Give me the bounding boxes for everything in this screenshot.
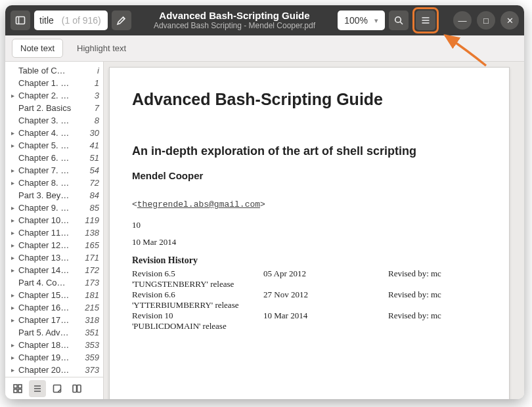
expander-icon[interactable]: ▸ — [9, 179, 16, 186]
revision-row: Revision 6.505 Apr 2012Revised by: mc — [132, 268, 487, 279]
outline-row[interactable]: ▸Chapter 20…373 — [8, 364, 100, 376]
outline-row[interactable]: Chapter 6. …51 — [8, 152, 100, 164]
page-count-hint: (1 of 916) — [59, 15, 108, 26]
expander-icon[interactable]: ▸ — [9, 167, 16, 174]
expander-icon[interactable]: ▸ — [9, 242, 16, 249]
expander-icon[interactable]: ▸ — [9, 129, 16, 137]
outline-row[interactable]: ▸Chapter 4. …30 — [8, 127, 100, 139]
expander-icon[interactable]: ▸ — [9, 267, 16, 274]
outline-page: 30 — [79, 128, 99, 138]
svg-line-3 — [400, 22, 403, 24]
annotation-toolbar: Note text Highlight text — [5, 35, 524, 62]
outline-row[interactable]: Part 2. Basics7 — [8, 102, 100, 114]
expander-icon[interactable]: ▸ — [9, 366, 16, 374]
expander-icon[interactable]: ▸ — [9, 142, 16, 149]
hamburger-icon — [420, 15, 431, 26]
pencil-icon — [116, 15, 127, 26]
expander-icon[interactable]: ▸ — [9, 341, 16, 349]
outline-page: 72 — [79, 178, 99, 188]
revision-row: Revision 1010 Mar 2014Revised by: mc — [132, 311, 487, 321]
outline-label: Chapter 10… — [18, 215, 77, 225]
outline-row[interactable]: Chapter 3. …8 — [8, 114, 100, 127]
outline-page: 215 — [79, 303, 99, 312]
outline-label: Chapter 14… — [18, 265, 77, 275]
outline-page: 359 — [79, 353, 99, 362]
outline-row[interactable]: ▸Chapter 19…359 — [8, 351, 100, 364]
outline-label: Part 2. Basics — [18, 103, 77, 113]
outline-row[interactable]: ▸Chapter 2. …3 — [8, 89, 100, 102]
revision-note: 'PUBLICDOMAIN' release — [132, 321, 227, 332]
view-thumbnails-button[interactable] — [9, 380, 26, 397]
sidepane-view-switcher — [5, 377, 103, 399]
outline-row[interactable]: ▸Chapter 14…172 — [8, 264, 100, 276]
outline-row[interactable]: ▸Chapter 18…353 — [8, 339, 100, 351]
page-number-field[interactable]: title (1 of 916) — [34, 11, 108, 30]
expander-icon[interactable]: ▸ — [9, 229, 16, 236]
bookmark-panel-icon — [72, 383, 82, 394]
doc-email-link[interactable]: thegrendel.abs@gmail.com — [137, 200, 260, 209]
view-outline-button[interactable] — [29, 380, 46, 397]
revision-history-table: Revision 6.505 Apr 2012Revised by: mc'TU… — [132, 268, 487, 332]
outline-page: 41 — [79, 140, 99, 150]
outline-label: Part 5. Adv… — [18, 328, 77, 337]
outline-row[interactable]: ▸Chapter 17…318 — [8, 314, 100, 326]
note-icon — [52, 383, 62, 394]
revision-row: Revision 6.627 Nov 2012Revised by: mc — [132, 289, 487, 300]
view-bookmarks-button[interactable] — [68, 380, 85, 397]
search-button[interactable] — [389, 11, 409, 30]
svg-rect-16 — [78, 385, 81, 392]
tab-highlight-text[interactable]: Highlight text — [68, 39, 135, 58]
outline-row[interactable]: ▸Chapter 5. …41 — [8, 139, 100, 152]
outline-label: Chapter 9. … — [18, 203, 77, 213]
expander-icon[interactable]: ▸ — [9, 291, 16, 299]
outline-row[interactable]: ▸Chapter 15…181 — [8, 289, 100, 301]
outline-row[interactable]: ▸Chapter 11…138 — [8, 226, 100, 239]
main-split: Table of C…iChapter 1. …1▸Chapter 2. …3P… — [5, 62, 524, 399]
outline-row[interactable]: ▸Chapter 9. …85 — [8, 202, 100, 214]
close-icon: ✕ — [506, 16, 514, 26]
outline-label: Chapter 20… — [18, 365, 77, 375]
window-minimize-button[interactable]: ― — [453, 11, 472, 30]
expander-icon[interactable]: ▸ — [9, 304, 16, 311]
outline-label: Chapter 1. … — [18, 78, 77, 88]
outline-row[interactable]: ▸Chapter 12…165 — [8, 239, 100, 251]
outline-row[interactable]: Chapter 1. …1 — [8, 77, 100, 89]
outline-row[interactable]: ▸Chapter 16…215 — [8, 301, 100, 314]
document-viewport[interactable]: Advanced Bash-Scripting Guide An in-dept… — [104, 62, 524, 399]
window-title-group: Advanced Bash-Scripting Guide Advanced B… — [135, 10, 334, 30]
expander-icon[interactable]: ▸ — [9, 316, 16, 324]
svg-rect-14 — [54, 385, 61, 392]
outline-row[interactable]: ▸Chapter 13…171 — [8, 251, 100, 264]
window-close-button[interactable]: ✕ — [500, 11, 519, 30]
outline-page: 181 — [79, 290, 99, 300]
outline-row[interactable]: ▸Chapter 8. …72 — [8, 177, 100, 189]
zoom-dropdown[interactable]: 100% ▾ — [338, 11, 385, 30]
outline-row[interactable]: Table of C…i — [8, 64, 100, 77]
expander-icon[interactable]: ▸ — [9, 254, 16, 261]
main-menu-button[interactable] — [416, 11, 435, 30]
expander-icon[interactable]: ▸ — [9, 217, 16, 224]
expander-icon[interactable]: ▸ — [9, 204, 16, 211]
expander-icon[interactable]: ▸ — [9, 354, 16, 361]
view-annotations-button[interactable] — [49, 380, 66, 397]
outline-row[interactable]: ▸Chapter 7. …54 — [8, 164, 100, 177]
document-filename: Advanced Bash Scripting - Mendel Cooper.… — [135, 22, 334, 31]
window-maximize-button[interactable]: □ — [477, 11, 495, 30]
revision-by: Revised by: mc — [388, 268, 487, 279]
outline-page: i — [79, 66, 99, 75]
outline-row[interactable]: ▸Chapter 10…119 — [8, 214, 100, 226]
outline-page: 84 — [79, 190, 99, 200]
annotate-button[interactable] — [112, 11, 131, 30]
outline-label: Chapter 17… — [18, 315, 77, 325]
sidepane-toggle-button[interactable] — [11, 11, 30, 30]
outline-row[interactable]: Part 5. Adv…351 — [8, 326, 100, 339]
expander-icon[interactable]: ▸ — [9, 92, 16, 99]
outline-tree[interactable]: Table of C…iChapter 1. …1▸Chapter 2. …3P… — [5, 62, 103, 377]
outline-row[interactable]: Part 4. Co…173 — [8, 276, 100, 289]
tab-note-text[interactable]: Note text — [12, 39, 63, 58]
outline-page: 119 — [79, 215, 99, 225]
outline-page: 3 — [79, 91, 99, 100]
grid-icon — [12, 383, 23, 394]
doc-author: Mendel Cooper — [132, 170, 487, 181]
outline-row[interactable]: Part 3. Bey…84 — [8, 189, 100, 202]
